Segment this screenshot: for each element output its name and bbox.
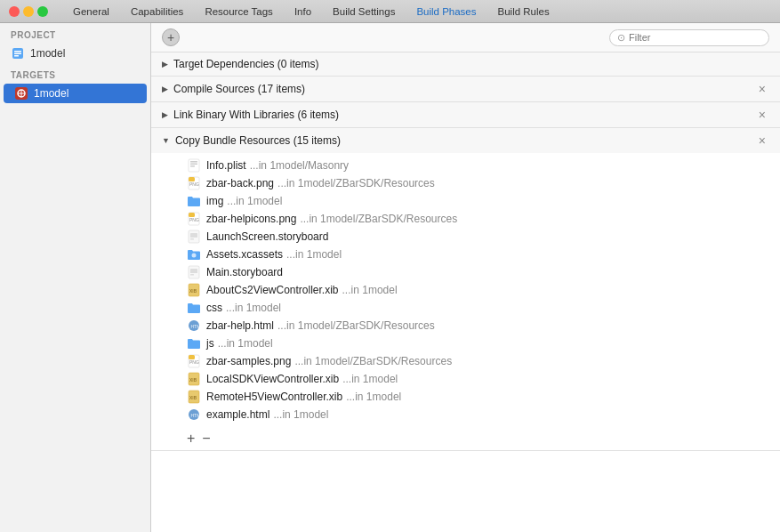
svg-rect-24 — [190, 274, 194, 276]
svg-text:PNG: PNG — [189, 359, 199, 365]
project-item-label: 1model — [30, 47, 65, 60]
file-icon-png: PNG — [187, 176, 201, 190]
filter-icon: ⊙ — [617, 32, 625, 44]
tab-general[interactable]: General — [62, 3, 120, 20]
svg-text:XIB: XIB — [189, 395, 197, 400]
file-item[interactable]: XIB LocalSDKViewController.xib ...in 1mo… — [151, 370, 780, 388]
expand-triangle-target-deps: ▶ — [162, 60, 168, 69]
phase-compile-sources-title: Compile Sources (17 items) — [173, 83, 755, 95]
file-path: ...in 1model — [342, 284, 398, 296]
file-item[interactable]: PNG zbar-samples.png ...in 1model/ZBarSD… — [151, 352, 780, 370]
file-name: Main.storyboard — [206, 266, 283, 278]
app-container: General Capabilities Resource Tags Info … — [0, 0, 780, 532]
svg-rect-19 — [190, 233, 197, 238]
file-name: img — [206, 195, 223, 207]
phase-link-binary-title: Link Binary With Libraries (6 items) — [173, 109, 755, 121]
tab-capabilities[interactable]: Capabilities — [120, 3, 194, 20]
phase-copy-bundle-title: Copy Bundle Resources (15 items) — [175, 134, 755, 147]
file-item[interactable]: XIB RemoteH5ViewController.xib ...in 1mo… — [151, 388, 780, 406]
tab-info[interactable]: Info — [284, 3, 322, 20]
file-path: ...in 1model/ZBarSDK/Resources — [294, 355, 452, 367]
close-window-btn[interactable] — [9, 6, 20, 17]
file-path: ...in 1model/ZBarSDK/Resources — [300, 213, 457, 225]
add-file-button[interactable]: + — [187, 431, 195, 447]
file-item[interactable]: js ...in 1model — [151, 335, 780, 352]
file-item[interactable]: LaunchScreen.storyboard — [151, 228, 780, 246]
file-item[interactable]: Info.plist ...in 1model/Masonry — [151, 157, 780, 174]
phase-compile-sources: ▶ Compile Sources (17 items) × — [151, 77, 780, 102]
file-icon-plist — [187, 158, 201, 173]
file-name: js — [206, 337, 214, 350]
phase-link-binary: ▶ Link Binary With Libraries (6 items) × — [151, 102, 780, 128]
tab-resource-tags[interactable]: Resource Tags — [194, 3, 284, 20]
maximize-window-btn[interactable] — [37, 6, 48, 17]
phase-copy-bundle: ▼ Copy Bundle Resources (15 items) × Inf… — [151, 128, 780, 451]
tab-build-phases[interactable]: Build Phases — [406, 3, 486, 20]
tab-bar: General Capabilities Resource Tags Info … — [0, 0, 780, 23]
file-path: ...in 1model/Masonry — [250, 159, 349, 172]
file-item[interactable]: PNG zbar-helpicons.png ...in 1model/ZBar… — [151, 210, 780, 228]
file-item[interactable]: HTML example.html ...in 1model — [151, 406, 780, 423]
file-name: zbar-help.html — [206, 319, 274, 332]
close-link-binary-button[interactable]: × — [755, 108, 769, 122]
content-toolbar: + ⊙ — [151, 23, 780, 52]
file-name: Info.plist — [206, 159, 246, 172]
phase-copy-bundle-header[interactable]: ▼ Copy Bundle Resources (15 items) × — [151, 128, 780, 153]
file-icon-html: HTML — [187, 318, 201, 333]
file-item[interactable]: img ...in 1model — [151, 192, 780, 210]
file-icon-png: PNG — [187, 212, 201, 226]
file-item[interactable]: PNG zbar-back.png ...in 1model/ZBarSDK/R… — [151, 174, 780, 192]
svg-rect-11 — [190, 165, 195, 167]
expand-triangle-copy: ▼ — [162, 136, 170, 145]
phase-compile-sources-header[interactable]: ▶ Compile Sources (17 items) × — [151, 77, 780, 101]
file-name: AboutCs2ViewController.xib — [206, 284, 339, 296]
phase-target-dependencies-header[interactable]: ▶ Target Dependencies (0 items) — [151, 52, 780, 76]
file-path: ...in 1model/ZBarSDK/Resources — [277, 177, 435, 189]
expand-triangle-compile: ▶ — [162, 85, 168, 93]
file-item[interactable]: HTML zbar-help.html ...in 1model/ZBarSDK… — [151, 317, 780, 335]
svg-rect-9 — [190, 161, 197, 163]
file-name: css — [206, 302, 222, 314]
file-icon-folder — [187, 336, 201, 351]
phase-target-dependencies: ▶ Target Dependencies (0 items) — [151, 52, 780, 77]
file-path: ...in 1model — [346, 391, 401, 403]
filter-input[interactable] — [629, 32, 761, 43]
file-icon-folder — [187, 194, 201, 208]
target-icon — [14, 86, 28, 101]
close-copy-bundle-button[interactable]: × — [755, 133, 769, 148]
file-icon-png: PNG — [187, 354, 201, 368]
copy-bundle-bottom-bar: + − — [151, 427, 780, 450]
svg-point-21 — [192, 254, 197, 258]
phase-link-binary-header[interactable]: ▶ Link Binary With Libraries (6 items) × — [151, 102, 780, 127]
svg-text:XIB: XIB — [189, 288, 197, 294]
svg-text:XIB: XIB — [189, 377, 197, 383]
file-path: ...in 1model — [227, 195, 282, 207]
file-path: ...in 1model/ZBarSDK/Resources — [277, 319, 435, 332]
file-item[interactable]: XIB AboutCs2ViewController.xib ...in 1mo… — [151, 281, 780, 299]
svg-text:PNG: PNG — [189, 217, 199, 222]
sidebar-item-target[interactable]: 1model — [4, 84, 147, 103]
file-name: LaunchScreen.storyboard — [206, 230, 328, 243]
sidebar-item-project[interactable]: 1model — [0, 44, 150, 63]
file-name: Assets.xcassets — [206, 248, 283, 261]
add-phase-button[interactable]: + — [162, 28, 180, 46]
svg-rect-23 — [190, 269, 197, 273]
file-path: ...in 1model — [342, 373, 398, 385]
tab-build-settings[interactable]: Build Settings — [322, 3, 406, 20]
file-name: LocalSDKViewController.xib — [206, 373, 339, 385]
file-icon-html: HTML — [187, 407, 201, 422]
file-item[interactable]: Main.storyboard — [151, 263, 780, 281]
tab-build-rules[interactable]: Build Rules — [487, 3, 560, 20]
main-area: PROJECT 1model TARGETS 1model — [0, 23, 780, 532]
filter-box: ⊙ — [609, 29, 769, 46]
content-area: + ⊙ ▶ Target Dependencies (0 items) ▶ Co… — [151, 23, 780, 532]
file-path: ...in 1model — [286, 248, 342, 261]
file-name: zbar-back.png — [206, 177, 274, 189]
close-compile-sources-button[interactable]: × — [755, 82, 769, 96]
file-item[interactable]: css ...in 1model — [151, 299, 780, 317]
remove-file-button[interactable]: − — [202, 431, 210, 447]
phase-target-dependencies-title: Target Dependencies (0 items) — [173, 58, 769, 70]
minimize-window-btn[interactable] — [23, 6, 34, 17]
file-item[interactable]: Assets.xcassets ...in 1model — [151, 246, 780, 263]
svg-rect-20 — [190, 238, 194, 240]
